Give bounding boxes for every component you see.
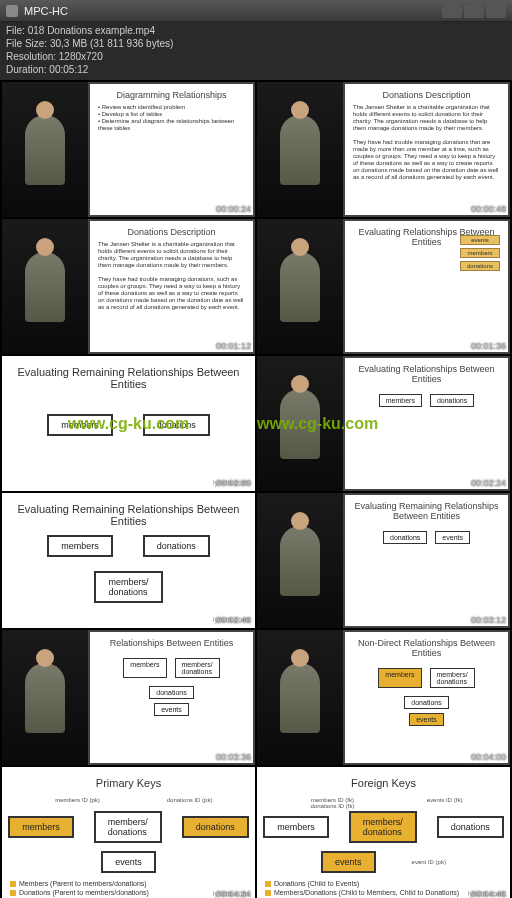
slide: Primary Keysmembers ID (pk)donations ID …: [2, 767, 255, 898]
meta-dur-label: Duration:: [6, 64, 47, 75]
thumbnail[interactable]: Evaluating Relationships Between Entitie…: [257, 356, 510, 491]
timestamp: 00:01:36: [471, 341, 506, 351]
timestamp: 00:03:12: [471, 615, 506, 625]
thumbnail[interactable]: Relationships Between Entitiesmembersmem…: [2, 630, 255, 765]
entity-box: members: [123, 658, 166, 678]
lecture-shot: Relationships Between Entitiesmembersmem…: [2, 630, 255, 765]
thumbnail[interactable]: Evaluating Remaining Relationships Betwe…: [257, 493, 510, 628]
file-metadata: File: 018 Donations example.mp4 File Siz…: [0, 22, 512, 80]
thumbnail-grid: Diagramming Relationships• Review each i…: [0, 80, 512, 898]
lecture-shot: Evaluating Relationships Between Entitie…: [257, 219, 510, 354]
projected-screen: Evaluating Relationships Between Entitie…: [343, 219, 510, 354]
entity-box: members/ donations: [430, 668, 475, 688]
screen-title: Donations Description: [98, 227, 245, 237]
presenter: [280, 663, 320, 733]
screen-title: Relationships Between Entities: [98, 638, 245, 648]
thumbnail[interactable]: Primary Keysmembers ID (pk)donations ID …: [2, 767, 255, 898]
entity-box: events: [409, 713, 444, 726]
thumbnail[interactable]: Evaluating Relationships Between Entitie…: [257, 219, 510, 354]
projected-screen: Non-Direct Relationships Between Entitie…: [343, 630, 510, 765]
lecture-shot: Non-Direct Relationships Between Entitie…: [257, 630, 510, 765]
thumbnail[interactable]: Evaluating Remaining Relationships Betwe…: [2, 493, 255, 628]
meta-size-label: File Size:: [6, 38, 47, 49]
screen-title: Donations Description: [353, 90, 500, 100]
lecture-shot: Evaluating Remaining Relationships Betwe…: [257, 493, 510, 628]
maximize-button[interactable]: [464, 4, 484, 18]
timestamp: 00:04:24: [216, 889, 251, 898]
side-entity: events: [460, 235, 500, 245]
entity-box: members/ donations: [175, 658, 220, 678]
thumbnail[interactable]: Donations DescriptionThe Jansen Shelter …: [2, 219, 255, 354]
meta-file-label: File:: [6, 25, 25, 36]
presenter: [25, 115, 65, 185]
thumbnail[interactable]: Diagramming Relationships• Review each i…: [2, 82, 255, 217]
screen-title: Non-Direct Relationships Between Entitie…: [353, 638, 500, 658]
thumbnail[interactable]: Foreign Keysmembers ID (fk) donations ID…: [257, 767, 510, 898]
presenter: [25, 663, 65, 733]
presenter: [25, 252, 65, 322]
slide: Foreign Keysmembers ID (fk) donations ID…: [257, 767, 510, 898]
entity-box: members: [47, 535, 113, 557]
entity-box: events: [321, 851, 376, 873]
entity-box: donations: [383, 531, 427, 544]
app-title: MPC-HC: [24, 5, 442, 17]
timestamp: 00:01:12: [216, 341, 251, 351]
lecture-shot: Diagramming Relationships• Review each i…: [2, 82, 255, 217]
slide-title: Evaluating Remaining Relationships Betwe…: [10, 503, 247, 527]
watermark: www.cg-ku.com: [257, 415, 378, 433]
screen-title: Diagramming Relationships: [98, 90, 245, 100]
meta-size: 30,3 MB (31 811 936 bytes): [50, 38, 173, 49]
legend: Members (Parent to members/donations)Don…: [10, 879, 247, 897]
presenter: [280, 526, 320, 596]
timestamp: 00:04:48: [471, 889, 506, 898]
projected-screen: Donations DescriptionThe Jansen Shelter …: [88, 219, 255, 354]
entity-box: events: [154, 703, 189, 716]
thumbnail[interactable]: Non-Direct Relationships Between Entitie…: [257, 630, 510, 765]
side-entity: members: [460, 248, 500, 258]
timestamp: 00:00:48: [471, 204, 506, 214]
entity-box: members/ donations: [94, 811, 162, 843]
thumbnail[interactable]: Donations DescriptionThe Jansen Shelter …: [257, 82, 510, 217]
entity-box: events: [101, 851, 156, 873]
slide-title: Evaluating Remaining Relationships Betwe…: [10, 366, 247, 390]
minimize-button[interactable]: [442, 4, 462, 18]
entity-box: donations: [430, 394, 474, 407]
presenter: [280, 252, 320, 322]
timestamp: 00:02:48: [216, 615, 251, 625]
slide: Evaluating Remaining Relationships Betwe…: [2, 356, 255, 491]
entity-box: donations: [437, 816, 504, 838]
projected-screen: Diagramming Relationships• Review each i…: [88, 82, 255, 217]
projected-screen: Donations DescriptionThe Jansen Shelter …: [343, 82, 510, 217]
slide-title: Primary Keys: [10, 777, 247, 789]
meta-file: 018 Donations example.mp4: [28, 25, 155, 36]
screen-title: Evaluating Remaining Relationships Betwe…: [353, 501, 500, 521]
meta-res: 1280x720: [59, 51, 103, 62]
entity-box: events: [435, 531, 470, 544]
timestamp: 00:02:24: [471, 478, 506, 488]
thumbnail[interactable]: Evaluating Remaining Relationships Betwe…: [2, 356, 255, 491]
close-button[interactable]: [486, 4, 506, 18]
screen-body: • Review each identified problem • Devel…: [98, 104, 245, 132]
lecture-shot: Donations DescriptionThe Jansen Shelter …: [2, 219, 255, 354]
slide-title: Foreign Keys: [265, 777, 502, 789]
entity-box: members: [263, 816, 329, 838]
entity-box: members/ donations: [349, 811, 417, 843]
legend: Donations (Child to Events)Members/Donat…: [265, 879, 502, 897]
entity-box: donations: [404, 696, 448, 709]
meta-dur: 00:05:12: [49, 64, 88, 75]
projected-screen: Evaluating Remaining Relationships Betwe…: [343, 493, 510, 628]
entity-box: members: [379, 394, 422, 407]
timestamp: 00:03:36: [216, 752, 251, 762]
timestamp: 00:04:00: [471, 752, 506, 762]
screen-title: Evaluating Relationships Between Entitie…: [353, 364, 500, 384]
projected-screen: Relationships Between Entitiesmembersmem…: [88, 630, 255, 765]
presenter: [280, 115, 320, 185]
entity-box: members: [8, 816, 74, 838]
entity-box: donations: [143, 535, 210, 557]
entity-box: members: [378, 668, 421, 688]
timestamp: 00:02:00: [216, 478, 251, 488]
app-icon: [6, 5, 18, 17]
side-entity: donations: [460, 261, 500, 271]
timestamp: 00:00:24: [216, 204, 251, 214]
titlebar: MPC-HC: [0, 0, 512, 22]
